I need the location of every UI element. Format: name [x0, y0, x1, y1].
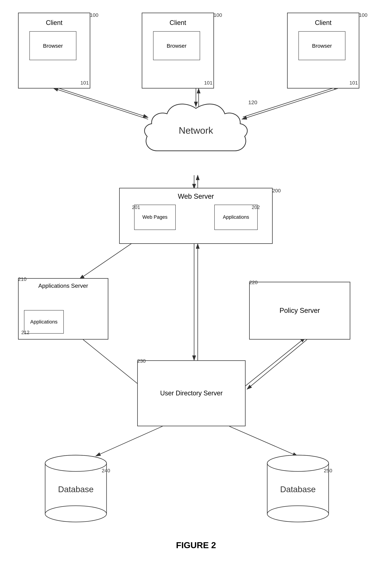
svg-line-17	[96, 426, 162, 456]
client1-ref-main: 100	[90, 12, 98, 18]
db1-svg: Database	[42, 453, 110, 526]
client3-ref-main: 100	[359, 12, 367, 18]
appserver-apps-ref: 212	[21, 329, 30, 336]
appserver-label: Applications Server	[23, 282, 104, 289]
svg-line-16	[245, 338, 305, 387]
policyserver-box: Policy Server	[249, 282, 350, 340]
client2-label: Client	[170, 19, 186, 27]
client2-browser-box: Browser	[153, 31, 200, 60]
svg-point-22	[45, 506, 106, 522]
appserver-apps-label: Applications	[30, 319, 58, 325]
client3-browser-label: Browser	[312, 42, 332, 49]
db2-svg: Database	[264, 453, 332, 526]
policyserver-label: Policy Server	[279, 306, 320, 315]
appserver-box: Applications Server Applications 212	[18, 278, 108, 340]
userdirserver-label: User Directory Server	[160, 389, 223, 398]
db2-ref: 250	[324, 468, 332, 474]
db1-container: Database 240	[42, 453, 110, 522]
client2-browser-label: Browser	[167, 42, 187, 49]
client2-box: Client Browser 101	[142, 13, 214, 88]
network-cloud-container: Network 120	[133, 97, 259, 173]
policyserver-ref: 220	[249, 280, 258, 285]
svg-text:Network: Network	[179, 125, 213, 136]
client1-box: Client Browser 101	[18, 13, 90, 88]
client3-ref-sub: 101	[350, 80, 358, 86]
svg-point-28	[267, 455, 329, 471]
figure-label: FIGURE 2	[176, 540, 216, 550]
webserver-box: Web Server Web Pages Applications 201 20…	[119, 188, 273, 244]
client3-browser-box: Browser	[298, 31, 345, 60]
svg-text:Database: Database	[58, 485, 94, 494]
client1-label: Client	[46, 19, 63, 27]
webpages-label: Web Pages	[142, 214, 167, 220]
client2-ref-main: 100	[214, 12, 222, 18]
svg-line-18	[229, 426, 297, 456]
svg-line-14	[83, 340, 144, 389]
svg-line-15	[247, 340, 307, 389]
client1-ref: 101	[80, 80, 89, 86]
svg-text:Database: Database	[280, 485, 316, 494]
userdirserver-box: User Directory Server	[137, 360, 245, 426]
webserver-apps-label: Applications	[223, 214, 249, 220]
webserver-apps-box: Applications	[214, 205, 258, 230]
svg-point-27	[267, 506, 329, 522]
webpages-ref: 201	[132, 204, 140, 211]
appserver-ref: 210	[18, 276, 27, 282]
svg-point-23	[45, 455, 106, 471]
svg-line-11	[79, 238, 139, 279]
diagram: Client Browser 101 100 Client Browser 10…	[0, 0, 392, 561]
webserver-ref: 200	[272, 188, 281, 194]
webapps-ref: 202	[252, 204, 260, 211]
client1-browser-box: Browser	[30, 31, 76, 60]
db2-container: Database 250	[264, 453, 332, 522]
client3-label: Client	[315, 19, 331, 27]
client2-ref-sub: 101	[204, 80, 212, 86]
appserver-apps-box: Applications	[24, 310, 64, 334]
webserver-label: Web Server	[178, 192, 214, 201]
network-cloud-svg: Network	[133, 97, 259, 173]
userdirserver-ref: 230	[137, 358, 146, 364]
network-ref: 120	[248, 99, 257, 106]
webpages-box: Web Pages	[134, 205, 176, 230]
client3-box: Client Browser 101	[287, 13, 359, 88]
client1-browser-label: Browser	[43, 42, 63, 49]
db1-ref: 240	[102, 468, 110, 474]
